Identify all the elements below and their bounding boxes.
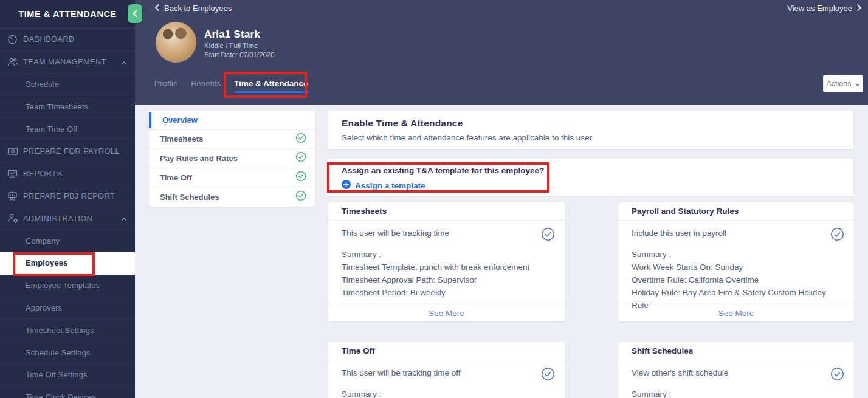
sidebar-item-employee-templates[interactable]: Employee Templates — [0, 275, 135, 297]
reports-icon — [7, 169, 18, 179]
card-time-off: Time Off This user will be tracking time… — [328, 342, 565, 398]
card-payroll-statutory-rules: Payroll and Statutory Rules Include this… — [618, 202, 854, 321]
app-title: TIME & ATTENDANCE — [0, 0, 135, 29]
sidebar-item-administration[interactable]: ADMINISTRATION — [0, 207, 135, 230]
card-summary-label: Summary : — [342, 388, 551, 398]
card-shift-schedules: Shift Schedules View other's shift sched… — [618, 342, 854, 398]
time-attendance-app: TIME & ATTENDANCE DASHBOARD TEAM MANAGEM… — [0, 0, 868, 398]
chevron-left-icon — [155, 4, 159, 13]
caret-down-icon — [855, 80, 860, 88]
sidebar-item-prepare-pbj-report[interactable]: PREPARE PBJ REPORT — [0, 185, 135, 208]
tab-profile[interactable]: Profile — [154, 77, 177, 94]
sidebar-item-schedule[interactable]: Schedule — [0, 74, 135, 96]
blue-check-icon — [830, 367, 844, 383]
card-summary-label: Summary : — [632, 248, 841, 261]
enable-ta-card: Enable Time & Attendance Select which ti… — [328, 111, 853, 149]
card-status: This user will be tracking time — [342, 228, 551, 238]
employee-tabs: Profile Benefits Time & Attendance — [154, 77, 308, 94]
employee-header: Back to Employees View as Employee Aria1… — [135, 0, 868, 105]
employee-start-date: Start Date: 07/01/2020 — [204, 51, 275, 58]
sidebar-item-team-timesheets[interactable]: Team Timesheets — [0, 95, 135, 118]
sidebar-item-team-time-off[interactable]: Team Time Off — [0, 118, 135, 140]
card-summary-line: Timesheet Period: Bi-weekly — [342, 286, 551, 299]
subnav-item-pay-rules-and-rates[interactable]: Pay Rules and Rates — [149, 149, 315, 168]
actions-button[interactable]: Actions — [823, 75, 863, 92]
card-title: Shift Schedules — [618, 342, 854, 360]
card-summary-line: Timesheet Template: punch with break enf… — [342, 261, 551, 273]
chevron-up-icon[interactable] — [121, 57, 127, 67]
enable-ta-subtitle: Select which time and attendance feature… — [342, 133, 840, 142]
sidebar-item-label: Timesheet Settings — [0, 326, 94, 335]
card-body: This user will be tracking time off Summ… — [328, 360, 565, 398]
card-summary-label: Summary : — [342, 248, 551, 261]
tab-time-attendance[interactable]: Time & Attendance — [234, 77, 308, 94]
tab-benefits[interactable]: Benefits — [191, 77, 221, 94]
blue-check-icon — [541, 227, 555, 244]
assign-template-link[interactable]: Assign a template — [342, 180, 425, 191]
chevron-left-icon — [133, 9, 137, 19]
employee-name: Aria1 Stark — [204, 29, 260, 41]
sidebar-item-label: Employees — [0, 258, 67, 267]
card-summary-line: Timesheet Approval Path: Supervisor — [342, 273, 551, 286]
blue-check-icon — [830, 227, 844, 244]
enable-ta-title: Enable Time & Attendance — [342, 118, 840, 129]
sidebar-collapse-button[interactable] — [128, 4, 142, 23]
card-title: Timesheets — [328, 202, 565, 221]
sidebar-item-employees[interactable]: Employees — [0, 252, 135, 275]
sidebar-item-schedule-settings[interactable]: Schedule Settings — [0, 341, 135, 364]
sidebar-item-label: Employee Templates — [0, 281, 100, 290]
sidebar-item-time-clock-devices[interactable]: Time Clock Devices — [0, 386, 135, 398]
blue-check-icon — [541, 367, 555, 383]
actions-button-label: Actions — [827, 80, 852, 88]
subnav-item-shift-schedules[interactable]: Shift Schedules — [149, 187, 315, 207]
sidebar-item-label: Time Clock Devices — [0, 393, 96, 398]
assign-template-question: Assign an existing T&A template for this… — [342, 166, 840, 175]
sidebar-item-dashboard[interactable]: DASHBOARD — [0, 29, 135, 51]
sidebar-item-team-management[interactable]: TEAM MANAGEMENT — [0, 51, 135, 74]
pbj-report-icon — [7, 191, 18, 201]
active-tab-underline — [234, 91, 309, 93]
sidebar-item-label: Approvers — [0, 303, 62, 312]
green-check-icon — [295, 190, 306, 204]
see-more-link[interactable]: See More — [328, 304, 565, 321]
subnav-item-timesheets[interactable]: Timesheets — [149, 130, 315, 149]
sidebar-item-timesheet-settings[interactable]: Timesheet Settings — [0, 319, 135, 341]
back-to-employees-link[interactable]: Back to Employees — [155, 4, 232, 13]
content-area: Overview Timesheets Pay Rules and Rates … — [135, 105, 868, 398]
subnav-item-time-off[interactable]: Time Off — [149, 168, 315, 188]
subnav-item-overview[interactable]: Overview — [149, 111, 315, 130]
employee-avatar — [156, 22, 196, 63]
employee-role: Kiddie / Full Time — [204, 42, 258, 49]
see-more-link[interactable]: See More — [618, 304, 854, 321]
team-icon — [7, 57, 18, 66]
card-summary-line: Work Week Starts On: Sunday — [632, 261, 841, 273]
view-as-label: View as Employee — [787, 4, 852, 13]
sidebar-item-company[interactable]: Company — [0, 230, 135, 252]
sidebar-item-time-off-settings[interactable]: Time Off Settings — [0, 364, 135, 386]
card-summary-label: Summary : — [632, 388, 841, 398]
sidebar-item-label: Team Timesheets — [0, 102, 88, 111]
chevron-right-icon — [857, 4, 861, 13]
card-status: View other's shift schedule — [632, 368, 841, 377]
payroll-icon — [7, 147, 18, 155]
card-summary-line: Overtime Rule: California Overtime — [632, 273, 841, 286]
ta-subnav: Overview Timesheets Pay Rules and Rates … — [149, 111, 315, 207]
sidebar-item-label: Time Off Settings — [0, 370, 88, 379]
green-check-icon — [295, 132, 306, 146]
view-as-employee-link[interactable]: View as Employee — [787, 4, 861, 13]
chevron-up-icon[interactable] — [121, 213, 127, 224]
sidebar-item-label: Schedule Settings — [0, 348, 91, 357]
dashboard-icon — [7, 34, 18, 44]
sidebar-item-approvers[interactable]: Approvers — [0, 297, 135, 320]
card-body: Include this user in payroll Summary : W… — [618, 221, 854, 312]
card-status: Include this user in payroll — [632, 228, 841, 238]
card-status: This user will be tracking time off — [342, 368, 551, 377]
plus-circle-icon — [342, 180, 351, 191]
green-check-icon — [295, 151, 306, 165]
sidebar-item-reports[interactable]: REPORTS — [0, 163, 135, 185]
administration-icon — [7, 213, 18, 223]
sidebar-item-label: Company — [0, 236, 60, 245]
sidebar-item-label: Schedule — [0, 80, 59, 89]
assign-template-card: Assign an existing T&A template for this… — [328, 159, 853, 196]
sidebar-item-prepare-for-payroll[interactable]: PREPARE FOR PAYROLL — [0, 140, 135, 163]
